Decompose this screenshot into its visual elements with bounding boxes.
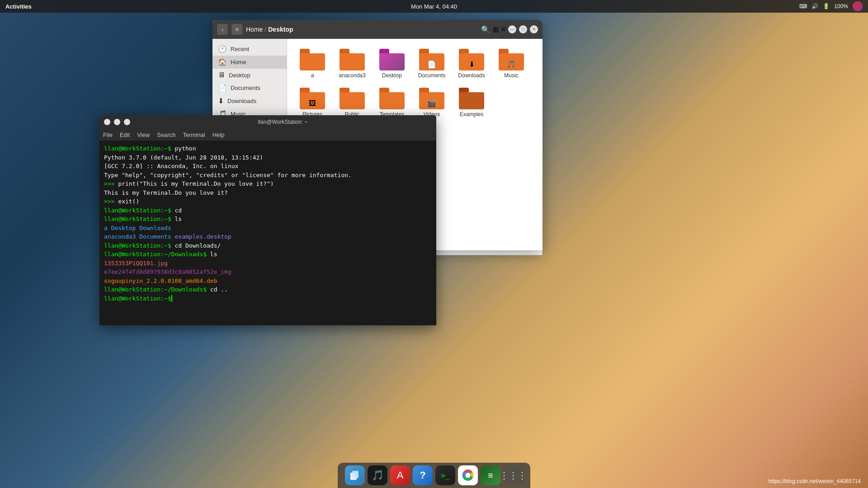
terminal-menu-file[interactable]: File bbox=[103, 131, 113, 138]
terminal-line-13: llan@WorkStation:~/Downloads$ ls bbox=[104, 250, 432, 259]
downloads-icon: ⬇ bbox=[218, 97, 224, 105]
taskbar-sound-icon[interactable]: 🎵 bbox=[368, 465, 387, 485]
terminal-menu-view[interactable]: View bbox=[137, 131, 150, 138]
terminal-line-18: llan@WorkStation:~$ ​ bbox=[104, 294, 432, 303]
help-symbol: ? bbox=[420, 469, 425, 481]
folder-label-anaconda3: anaconda3 bbox=[339, 72, 365, 79]
sidebar-label-downloads: Downloads bbox=[227, 98, 256, 104]
fm-minimize-button[interactable]: — bbox=[508, 25, 516, 33]
user-avatar[interactable] bbox=[853, 1, 863, 11]
topbar-right: ⌨ 🔊 🔋 100% bbox=[799, 1, 868, 11]
battery-percent: 100% bbox=[834, 3, 848, 9]
taskbar-libreoffice-icon[interactable]: ≡ bbox=[481, 465, 500, 485]
taskbar-files-icon[interactable] bbox=[345, 465, 365, 485]
fm-menu-button[interactable]: ≡ bbox=[231, 24, 242, 35]
folder-label-music: Music bbox=[504, 72, 518, 79]
terminal-line-10: a Desktop Downloads bbox=[104, 224, 432, 233]
folder-label-a: a bbox=[311, 72, 314, 79]
sidebar-label-home: Home bbox=[231, 59, 246, 66]
path-separator: / bbox=[264, 26, 266, 33]
sidebar-label-documents: Documents bbox=[231, 84, 260, 91]
taskbar: 🎵 A ? >_ ≡ bbox=[0, 463, 868, 488]
fm-maximize-button[interactable]: □ bbox=[519, 25, 527, 33]
desktop-icon: 🖥 bbox=[218, 71, 225, 79]
fm-path-home[interactable]: Home bbox=[246, 26, 263, 33]
terminal-menu-search[interactable]: Search bbox=[157, 131, 175, 138]
activities-button[interactable]: Activities bbox=[0, 3, 32, 10]
terminal-minimize-button[interactable] bbox=[104, 119, 110, 125]
folder-anaconda3[interactable]: anaconda3 bbox=[334, 46, 370, 81]
folder-downloads[interactable]: ⬇ Downloads bbox=[453, 46, 490, 81]
documents-icon: 📄 bbox=[218, 84, 227, 92]
terminal-line-8: llan@WorkStation:~$ cd bbox=[104, 206, 432, 215]
chrome-svg-icon bbox=[461, 469, 475, 482]
fm-view-icon[interactable]: ⊞ bbox=[493, 25, 499, 34]
terminal-maximize-button[interactable] bbox=[114, 119, 120, 125]
terminal-line-3: [GCC 7.2.0] :: Anaconda, Inc. on linux bbox=[104, 162, 432, 171]
fm-back-button[interactable]: ‹ bbox=[217, 24, 228, 35]
battery-icon: 🔋 bbox=[823, 3, 830, 9]
libreoffice-symbol: ≡ bbox=[488, 470, 493, 481]
terminal-line-11: anaconda3 Documents examples.desktop bbox=[104, 232, 432, 241]
taskbar-help-icon[interactable]: ? bbox=[413, 465, 433, 485]
terminal-line-5: >>> print("This is my Terminal.Do you lo… bbox=[104, 179, 432, 188]
sidebar-item-home[interactable]: 🏠 Home bbox=[212, 56, 287, 69]
taskbar-bg: 🎵 A ? >_ ≡ bbox=[338, 463, 530, 488]
folder-a[interactable]: a bbox=[294, 46, 330, 81]
terminal-line-1: llan@WorkStation:~$ python bbox=[104, 144, 432, 153]
terminal-line-17: llan@WorkStation:~/Downloads$ cd .. bbox=[104, 285, 432, 294]
speaker-icon: 🔊 bbox=[811, 3, 818, 9]
apps-symbol: ⋮⋮⋮ bbox=[500, 470, 527, 481]
terminal-line-16: sogoupinyin_2.2.0.0108_amd64.deb bbox=[104, 277, 432, 286]
sidebar-item-downloads[interactable]: ⬇ Downloads bbox=[212, 94, 287, 108]
fm-options-icon[interactable]: ≡ bbox=[501, 25, 505, 34]
folder-label-examples: Examples bbox=[460, 111, 484, 117]
sidebar-label-recent: Recent bbox=[231, 46, 249, 52]
sidebar-item-recent[interactable]: 🕐 Recent bbox=[212, 42, 287, 56]
terminal-menu-edit[interactable]: Edit bbox=[120, 131, 130, 138]
svg-rect-1 bbox=[352, 471, 359, 478]
folder-music[interactable]: 🎵 Music bbox=[493, 46, 529, 81]
terminal-content[interactable]: llan@WorkStation:~$ python Python 3.7.0 … bbox=[99, 141, 436, 325]
terminal-line-2: Python 3.7.0 (default, Jun 28 2018, 13:1… bbox=[104, 153, 432, 162]
appstore-symbol: A bbox=[397, 469, 404, 481]
terminal-line-15: e7ee24f4fd8d897938d3c8a8852af52e_img bbox=[104, 267, 432, 277]
terminal-line-6: This is my Terminal.Do you love it? bbox=[104, 188, 432, 197]
recent-icon: 🕐 bbox=[218, 45, 227, 53]
sidebar-item-documents[interactable]: 📄 Documents bbox=[212, 81, 287, 94]
sidebar-label-desktop: Desktop bbox=[229, 72, 250, 79]
folder-label-documents: Documents bbox=[418, 72, 446, 79]
terminal-menubar: File Edit View Search Terminal Help bbox=[99, 129, 436, 141]
terminal-line-7: >>> exit() bbox=[104, 197, 432, 206]
taskbar-appstore-icon[interactable]: A bbox=[390, 465, 410, 485]
taskbar-apps-icon[interactable]: ⋮⋮⋮ bbox=[503, 465, 523, 485]
terminal-line-9: llan@WorkStation:~$ ls bbox=[104, 215, 432, 224]
fm-controls: 🔍 ⊞ ≡ — □ ✕ bbox=[481, 25, 538, 34]
terminal-close-button[interactable] bbox=[124, 119, 130, 125]
statusbar-url: https://blog.csdn.net/weixin_44065714 bbox=[769, 478, 861, 484]
terminal-titlebar: llan@WorkStation: ~ bbox=[99, 115, 436, 129]
folder-desktop[interactable]: Desktop bbox=[374, 46, 410, 81]
fm-close-button[interactable]: ✕ bbox=[530, 25, 538, 33]
folder-documents[interactable]: 📄 Documents bbox=[414, 46, 450, 81]
taskbar-terminal-icon[interactable]: >_ bbox=[435, 465, 455, 485]
folder-label-desktop: Desktop bbox=[382, 72, 402, 79]
sidebar-item-desktop[interactable]: 🖥 Desktop bbox=[212, 69, 287, 81]
terminal-menu-terminal[interactable]: Terminal bbox=[183, 131, 205, 138]
datetime: Mon Mar 4, 04:40 bbox=[411, 3, 457, 10]
folder-examples[interactable]: Examples bbox=[453, 85, 490, 120]
fm-search-icon[interactable]: 🔍 bbox=[481, 25, 490, 34]
folder-label-downloads: Downloads bbox=[458, 72, 485, 79]
terminal-menu-help[interactable]: Help bbox=[212, 131, 225, 138]
fm-path: Home / Desktop bbox=[246, 26, 477, 33]
terminal-line-14: 1353353P1QQ101.jpg bbox=[104, 259, 432, 268]
home-icon: 🏠 bbox=[218, 58, 227, 66]
terminal-window: llan@WorkStation: ~ File Edit View Searc… bbox=[99, 115, 436, 325]
files-svg-icon bbox=[349, 469, 361, 482]
terminal-line-4: Type "help", "copyright", "credits" or "… bbox=[104, 171, 432, 180]
taskbar-chrome-icon[interactable] bbox=[458, 465, 478, 485]
fm-titlebar: ‹ ≡ Home / Desktop 🔍 ⊞ ≡ — □ ✕ bbox=[212, 20, 542, 39]
terminal-line-12: llan@WorkStation:~$ cd Downloads/ bbox=[104, 241, 432, 250]
topbar: Activities Mon Mar 4, 04:40 ⌨ 🔊 🔋 100% bbox=[0, 0, 868, 13]
fm-path-desktop[interactable]: Desktop bbox=[268, 26, 293, 33]
